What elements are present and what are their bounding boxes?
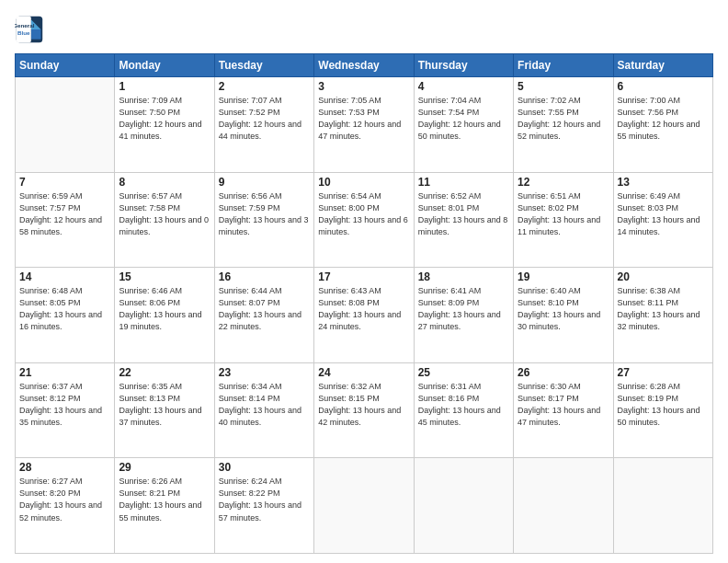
calendar-cell: 15Sunrise: 6:46 AM Sunset: 8:06 PM Dayli… xyxy=(115,268,214,363)
calendar-cell: 26Sunrise: 6:30 AM Sunset: 8:17 PM Dayli… xyxy=(514,362,613,458)
day-info: Sunrise: 7:05 AM Sunset: 7:53 PM Dayligh… xyxy=(318,95,409,143)
day-info: Sunrise: 6:56 AM Sunset: 7:59 PM Dayligh… xyxy=(219,190,310,238)
day-number: 22 xyxy=(119,366,210,379)
calendar-week-row: 28Sunrise: 6:27 AM Sunset: 8:20 PM Dayli… xyxy=(16,458,713,554)
calendar-cell: 4Sunrise: 7:04 AM Sunset: 7:54 PM Daylig… xyxy=(414,77,513,173)
day-number: 26 xyxy=(518,366,609,379)
day-number: 30 xyxy=(219,461,310,474)
day-number: 20 xyxy=(618,270,709,283)
day-info: Sunrise: 6:40 AM Sunset: 8:10 PM Dayligh… xyxy=(518,285,609,333)
calendar-cell: 11Sunrise: 6:52 AM Sunset: 8:01 PM Dayli… xyxy=(414,172,513,268)
calendar-cell xyxy=(314,458,414,554)
calendar-day-header: Thursday xyxy=(414,54,513,77)
calendar-week-row: 7Sunrise: 6:59 AM Sunset: 7:57 PM Daylig… xyxy=(16,172,713,268)
day-number: 16 xyxy=(219,270,310,283)
calendar-cell: 22Sunrise: 6:35 AM Sunset: 8:13 PM Dayli… xyxy=(115,362,214,458)
day-number: 11 xyxy=(418,176,509,189)
calendar-week-row: 1Sunrise: 7:09 AM Sunset: 7:50 PM Daylig… xyxy=(16,77,713,173)
day-number: 19 xyxy=(518,270,609,283)
day-info: Sunrise: 6:51 AM Sunset: 8:02 PM Dayligh… xyxy=(518,190,609,238)
day-info: Sunrise: 6:35 AM Sunset: 8:13 PM Dayligh… xyxy=(119,381,210,429)
day-number: 2 xyxy=(219,80,310,93)
day-info: Sunrise: 6:38 AM Sunset: 8:11 PM Dayligh… xyxy=(618,285,709,333)
day-number: 9 xyxy=(219,176,310,189)
day-info: Sunrise: 6:54 AM Sunset: 8:00 PM Dayligh… xyxy=(318,190,409,238)
day-number: 23 xyxy=(219,366,310,379)
header: General Blue xyxy=(15,15,713,44)
day-info: Sunrise: 6:46 AM Sunset: 8:06 PM Dayligh… xyxy=(119,285,210,333)
day-info: Sunrise: 7:07 AM Sunset: 7:52 PM Dayligh… xyxy=(219,95,310,143)
calendar-cell: 19Sunrise: 6:40 AM Sunset: 8:10 PM Dayli… xyxy=(514,268,613,363)
calendar-day-header: Wednesday xyxy=(314,54,414,77)
calendar-cell xyxy=(414,458,513,554)
day-number: 24 xyxy=(318,366,409,379)
calendar-day-header: Saturday xyxy=(613,54,712,77)
day-number: 5 xyxy=(518,80,609,93)
day-number: 4 xyxy=(418,80,509,93)
day-info: Sunrise: 6:44 AM Sunset: 8:07 PM Dayligh… xyxy=(219,285,310,333)
day-number: 27 xyxy=(618,366,709,379)
day-number: 29 xyxy=(119,461,210,474)
day-number: 3 xyxy=(318,80,409,93)
calendar-cell: 20Sunrise: 6:38 AM Sunset: 8:11 PM Dayli… xyxy=(613,268,712,363)
day-info: Sunrise: 6:43 AM Sunset: 8:08 PM Dayligh… xyxy=(318,285,409,333)
day-info: Sunrise: 6:28 AM Sunset: 8:19 PM Dayligh… xyxy=(618,381,709,429)
calendar-day-header: Friday xyxy=(514,54,613,77)
svg-marker-2 xyxy=(31,29,41,40)
calendar-cell: 29Sunrise: 6:26 AM Sunset: 8:21 PM Dayli… xyxy=(115,458,214,554)
calendar-cell: 30Sunrise: 6:24 AM Sunset: 8:22 PM Dayli… xyxy=(214,458,313,554)
calendar-day-header: Monday xyxy=(115,54,214,77)
day-info: Sunrise: 6:49 AM Sunset: 8:03 PM Dayligh… xyxy=(618,190,709,238)
day-number: 15 xyxy=(119,270,210,283)
calendar-cell: 12Sunrise: 6:51 AM Sunset: 8:02 PM Dayli… xyxy=(514,172,613,268)
calendar-cell: 16Sunrise: 6:44 AM Sunset: 8:07 PM Dayli… xyxy=(214,268,313,363)
calendar-cell: 27Sunrise: 6:28 AM Sunset: 8:19 PM Dayli… xyxy=(613,362,712,458)
calendar-header-row: SundayMondayTuesdayWednesdayThursdayFrid… xyxy=(16,54,713,77)
day-info: Sunrise: 6:24 AM Sunset: 8:22 PM Dayligh… xyxy=(219,476,310,523)
calendar-cell: 7Sunrise: 6:59 AM Sunset: 7:57 PM Daylig… xyxy=(16,172,115,268)
day-info: Sunrise: 6:30 AM Sunset: 8:17 PM Dayligh… xyxy=(518,381,609,429)
calendar-cell: 9Sunrise: 6:56 AM Sunset: 7:59 PM Daylig… xyxy=(214,172,313,268)
calendar-cell: 10Sunrise: 6:54 AM Sunset: 8:00 PM Dayli… xyxy=(314,172,414,268)
calendar-cell: 14Sunrise: 6:48 AM Sunset: 8:05 PM Dayli… xyxy=(16,268,115,363)
calendar-cell xyxy=(613,458,712,554)
calendar-day-header: Sunday xyxy=(16,54,115,77)
day-info: Sunrise: 6:27 AM Sunset: 8:20 PM Dayligh… xyxy=(19,476,110,523)
day-number: 12 xyxy=(518,176,609,189)
calendar-cell: 13Sunrise: 6:49 AM Sunset: 8:03 PM Dayli… xyxy=(613,172,712,268)
day-number: 8 xyxy=(119,176,210,189)
calendar-cell: 8Sunrise: 6:57 AM Sunset: 7:58 PM Daylig… xyxy=(115,172,214,268)
page: General Blue SundayMondayTuesdayWednesda… xyxy=(0,0,728,563)
day-info: Sunrise: 7:04 AM Sunset: 7:54 PM Dayligh… xyxy=(418,95,509,143)
svg-text:General: General xyxy=(15,22,35,29)
calendar-cell: 28Sunrise: 6:27 AM Sunset: 8:20 PM Dayli… xyxy=(16,458,115,554)
calendar-cell: 25Sunrise: 6:31 AM Sunset: 8:16 PM Dayli… xyxy=(414,362,513,458)
calendar-cell: 17Sunrise: 6:43 AM Sunset: 8:08 PM Dayli… xyxy=(314,268,414,363)
calendar-cell: 3Sunrise: 7:05 AM Sunset: 7:53 PM Daylig… xyxy=(314,77,414,173)
day-number: 10 xyxy=(318,176,409,189)
calendar-week-row: 21Sunrise: 6:37 AM Sunset: 8:12 PM Dayli… xyxy=(16,362,713,458)
day-info: Sunrise: 6:48 AM Sunset: 8:05 PM Dayligh… xyxy=(19,285,110,333)
day-info: Sunrise: 6:57 AM Sunset: 7:58 PM Dayligh… xyxy=(119,190,210,238)
day-info: Sunrise: 7:02 AM Sunset: 7:55 PM Dayligh… xyxy=(518,95,609,143)
calendar-cell: 2Sunrise: 7:07 AM Sunset: 7:52 PM Daylig… xyxy=(214,77,313,173)
calendar-cell: 1Sunrise: 7:09 AM Sunset: 7:50 PM Daylig… xyxy=(115,77,214,173)
day-info: Sunrise: 7:00 AM Sunset: 7:56 PM Dayligh… xyxy=(618,95,709,143)
day-number: 21 xyxy=(19,366,110,379)
day-info: Sunrise: 6:32 AM Sunset: 8:15 PM Dayligh… xyxy=(318,381,409,429)
day-info: Sunrise: 6:31 AM Sunset: 8:16 PM Dayligh… xyxy=(418,381,509,429)
day-number: 28 xyxy=(19,461,110,474)
day-info: Sunrise: 6:52 AM Sunset: 8:01 PM Dayligh… xyxy=(418,190,509,238)
day-number: 18 xyxy=(418,270,509,283)
calendar-cell: 6Sunrise: 7:00 AM Sunset: 7:56 PM Daylig… xyxy=(613,77,712,173)
day-number: 25 xyxy=(418,366,509,379)
calendar-table: SundayMondayTuesdayWednesdayThursdayFrid… xyxy=(15,53,713,554)
logo-icon: General Blue xyxy=(15,15,44,44)
calendar-cell: 21Sunrise: 6:37 AM Sunset: 8:12 PM Dayli… xyxy=(16,362,115,458)
day-info: Sunrise: 6:26 AM Sunset: 8:21 PM Dayligh… xyxy=(119,476,210,523)
calendar-week-row: 14Sunrise: 6:48 AM Sunset: 8:05 PM Dayli… xyxy=(16,268,713,363)
day-info: Sunrise: 6:59 AM Sunset: 7:57 PM Dayligh… xyxy=(19,190,110,238)
svg-text:Blue: Blue xyxy=(17,29,30,36)
day-number: 13 xyxy=(618,176,709,189)
calendar-cell: 5Sunrise: 7:02 AM Sunset: 7:55 PM Daylig… xyxy=(514,77,613,173)
